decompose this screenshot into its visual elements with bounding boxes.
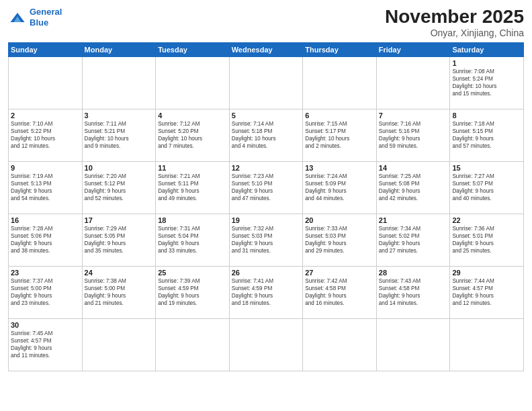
- day-info: Sunrise: 7:29 AM Sunset: 5:05 PM Dayligh…: [85, 225, 154, 255]
- logo: General Blue: [8, 7, 62, 28]
- calendar-cell: [450, 318, 524, 371]
- day-number: 23: [11, 269, 80, 277]
- calendar-week-1: 1Sunrise: 7:08 AM Sunset: 5:24 PM Daylig…: [9, 56, 524, 109]
- logo-general: General: [30, 7, 62, 17]
- day-number: 26: [232, 269, 301, 277]
- calendar-cell: 1Sunrise: 7:08 AM Sunset: 5:24 PM Daylig…: [450, 56, 524, 109]
- calendar-cell: 27Sunrise: 7:42 AM Sunset: 4:58 PM Dayli…: [303, 266, 377, 318]
- weekday-header-tuesday: Tuesday: [156, 42, 230, 56]
- day-info: Sunrise: 7:31 AM Sunset: 5:04 PM Dayligh…: [158, 225, 227, 255]
- weekday-header-sunday: Sunday: [9, 42, 83, 56]
- day-number: 4: [158, 111, 227, 120]
- day-info: Sunrise: 7:42 AM Sunset: 4:58 PM Dayligh…: [305, 277, 374, 307]
- calendar-cell: [82, 318, 156, 371]
- day-info: Sunrise: 7:41 AM Sunset: 4:59 PM Dayligh…: [232, 277, 301, 307]
- day-number: 24: [85, 269, 154, 277]
- calendar-cell: 18Sunrise: 7:31 AM Sunset: 5:04 PM Dayli…: [156, 214, 230, 266]
- day-number: 12: [232, 164, 301, 172]
- day-info: Sunrise: 7:43 AM Sunset: 4:58 PM Dayligh…: [379, 277, 448, 307]
- day-number: 5: [232, 111, 301, 120]
- day-number: 25: [158, 269, 227, 277]
- calendar-cell: 8Sunrise: 7:18 AM Sunset: 5:15 PM Daylig…: [450, 109, 524, 161]
- calendar-table: SundayMondayTuesdayWednesdayThursdayFrid…: [8, 42, 524, 371]
- calendar-header-row: SundayMondayTuesdayWednesdayThursdayFrid…: [9, 42, 524, 56]
- weekday-header-monday: Monday: [82, 42, 156, 56]
- calendar-cell: 5Sunrise: 7:14 AM Sunset: 5:18 PM Daylig…: [229, 109, 303, 161]
- day-number: 9: [11, 164, 80, 172]
- title-block: November 2025 Onyar, Xinjiang, China: [385, 7, 524, 38]
- day-number: 2: [11, 111, 80, 120]
- day-info: Sunrise: 7:39 AM Sunset: 4:59 PM Dayligh…: [158, 277, 227, 307]
- calendar-cell: 20Sunrise: 7:33 AM Sunset: 5:03 PM Dayli…: [303, 214, 377, 266]
- weekday-header-wednesday: Wednesday: [229, 42, 303, 56]
- day-info: Sunrise: 7:08 AM Sunset: 5:24 PM Dayligh…: [452, 68, 521, 97]
- weekday-header-thursday: Thursday: [303, 42, 377, 56]
- day-info: Sunrise: 7:33 AM Sunset: 5:03 PM Dayligh…: [305, 225, 374, 255]
- weekday-header-saturday: Saturday: [450, 42, 524, 56]
- day-number: 20: [305, 216, 374, 224]
- calendar-cell: 14Sunrise: 7:25 AM Sunset: 5:08 PM Dayli…: [376, 161, 450, 214]
- day-info: Sunrise: 7:20 AM Sunset: 5:12 PM Dayligh…: [85, 173, 154, 202]
- day-info: Sunrise: 7:21 AM Sunset: 5:11 PM Dayligh…: [158, 173, 227, 202]
- calendar-cell: [9, 56, 83, 109]
- calendar-cell: 15Sunrise: 7:27 AM Sunset: 5:07 PM Dayli…: [450, 161, 524, 214]
- day-info: Sunrise: 7:32 AM Sunset: 5:03 PM Dayligh…: [232, 225, 301, 255]
- page: General Blue November 2025 Onyar, Xinjia…: [0, 0, 532, 411]
- calendar-week-3: 9Sunrise: 7:19 AM Sunset: 5:13 PM Daylig…: [9, 161, 524, 214]
- day-info: Sunrise: 7:34 AM Sunset: 5:02 PM Dayligh…: [379, 225, 448, 255]
- calendar-cell: 26Sunrise: 7:41 AM Sunset: 4:59 PM Dayli…: [229, 266, 303, 318]
- day-number: 14: [379, 164, 448, 172]
- day-info: Sunrise: 7:38 AM Sunset: 5:00 PM Dayligh…: [85, 277, 154, 307]
- month-title: November 2025: [385, 7, 524, 28]
- day-number: 3: [85, 111, 154, 120]
- day-info: Sunrise: 7:15 AM Sunset: 5:17 PM Dayligh…: [305, 120, 374, 150]
- calendar-cell: [376, 318, 450, 371]
- day-info: Sunrise: 7:27 AM Sunset: 5:07 PM Dayligh…: [452, 173, 521, 202]
- day-number: 22: [452, 216, 521, 224]
- day-number: 8: [452, 111, 521, 120]
- calendar-cell: 4Sunrise: 7:12 AM Sunset: 5:20 PM Daylig…: [156, 109, 230, 161]
- calendar-cell: 17Sunrise: 7:29 AM Sunset: 5:05 PM Dayli…: [82, 214, 156, 266]
- calendar-cell: [156, 56, 230, 109]
- calendar-cell: 29Sunrise: 7:44 AM Sunset: 4:57 PM Dayli…: [450, 266, 524, 318]
- calendar-week-2: 2Sunrise: 7:10 AM Sunset: 5:22 PM Daylig…: [9, 109, 524, 161]
- calendar-cell: [229, 56, 303, 109]
- weekday-header-friday: Friday: [376, 42, 450, 56]
- calendar-cell: [156, 318, 230, 371]
- day-info: Sunrise: 7:12 AM Sunset: 5:20 PM Dayligh…: [158, 120, 227, 150]
- calendar-cell: 7Sunrise: 7:16 AM Sunset: 5:16 PM Daylig…: [376, 109, 450, 161]
- calendar-cell: [376, 56, 450, 109]
- day-number: 1: [452, 59, 521, 67]
- calendar-cell: 19Sunrise: 7:32 AM Sunset: 5:03 PM Dayli…: [229, 214, 303, 266]
- calendar-week-4: 16Sunrise: 7:28 AM Sunset: 5:06 PM Dayli…: [9, 214, 524, 266]
- calendar-cell: 11Sunrise: 7:21 AM Sunset: 5:11 PM Dayli…: [156, 161, 230, 214]
- day-number: 19: [232, 216, 301, 224]
- calendar-cell: 6Sunrise: 7:15 AM Sunset: 5:17 PM Daylig…: [303, 109, 377, 161]
- logo-icon: [8, 8, 27, 27]
- day-number: 21: [379, 216, 448, 224]
- day-number: 27: [305, 269, 374, 277]
- day-info: Sunrise: 7:36 AM Sunset: 5:01 PM Dayligh…: [452, 225, 521, 255]
- calendar-cell: 16Sunrise: 7:28 AM Sunset: 5:06 PM Dayli…: [9, 214, 83, 266]
- calendar-cell: 3Sunrise: 7:11 AM Sunset: 5:21 PM Daylig…: [82, 109, 156, 161]
- day-number: 18: [158, 216, 227, 224]
- day-number: 11: [158, 164, 227, 172]
- day-info: Sunrise: 7:14 AM Sunset: 5:18 PM Dayligh…: [232, 120, 301, 150]
- calendar-cell: 10Sunrise: 7:20 AM Sunset: 5:12 PM Dayli…: [82, 161, 156, 214]
- calendar-cell: [229, 318, 303, 371]
- calendar-cell: 25Sunrise: 7:39 AM Sunset: 4:59 PM Dayli…: [156, 266, 230, 318]
- day-info: Sunrise: 7:24 AM Sunset: 5:09 PM Dayligh…: [305, 173, 374, 202]
- header: General Blue November 2025 Onyar, Xinjia…: [8, 7, 524, 38]
- day-info: Sunrise: 7:37 AM Sunset: 5:00 PM Dayligh…: [11, 277, 80, 307]
- calendar-cell: [303, 318, 377, 371]
- calendar-week-6: 30Sunrise: 7:45 AM Sunset: 4:57 PM Dayli…: [9, 318, 524, 371]
- day-number: 16: [11, 216, 80, 224]
- day-info: Sunrise: 7:10 AM Sunset: 5:22 PM Dayligh…: [11, 120, 80, 150]
- calendar-cell: 30Sunrise: 7:45 AM Sunset: 4:57 PM Dayli…: [9, 318, 83, 371]
- calendar-cell: 28Sunrise: 7:43 AM Sunset: 4:58 PM Dayli…: [376, 266, 450, 318]
- logo-text: General Blue: [30, 7, 62, 28]
- day-info: Sunrise: 7:16 AM Sunset: 5:16 PM Dayligh…: [379, 120, 448, 150]
- day-info: Sunrise: 7:23 AM Sunset: 5:10 PM Dayligh…: [232, 173, 301, 202]
- location: Onyar, Xinjiang, China: [385, 28, 524, 38]
- day-number: 10: [85, 164, 154, 172]
